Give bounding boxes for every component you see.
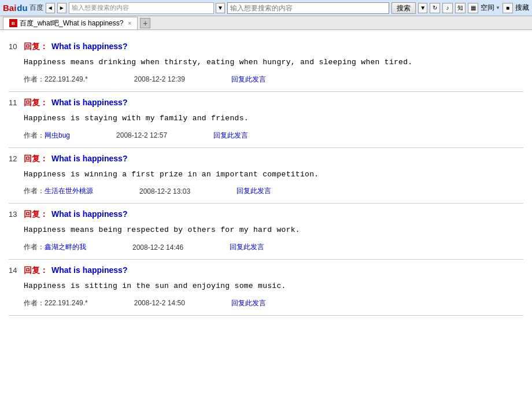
author-label: 作者： [24, 75, 45, 84]
post-body: Happiness means being respected by other… [24, 224, 523, 237]
post-footer: 作者：222.191.249.*2008-12-2 14:50回复此发言 [24, 298, 523, 308]
author-link[interactable]: 生活在世外桃源 [45, 186, 93, 196]
knowledge-icon[interactable]: 知 [455, 3, 466, 13]
favorites-dropdown[interactable]: 搜藏 [515, 3, 529, 13]
post-title-prefix: 回复： [24, 154, 48, 164]
post-header: 14回复：What is happiness? [9, 265, 523, 276]
post-title-prefix: 回复： [24, 265, 48, 276]
reply-link[interactable]: 回复此发言 [231, 75, 266, 84]
nav-forward-button[interactable]: ► [57, 3, 66, 13]
post-title-link[interactable]: What is happiness? [51, 154, 127, 163]
post-number: 10 [9, 42, 20, 51]
reply-link[interactable]: 回复此发言 [213, 131, 248, 141]
post-number: 11 [9, 98, 20, 107]
browser-toolbar: Baidu 百度 ◄ ► 输入想要搜索的内容 ▼ 搜索 ▼ ↻ ♪ 知 ▦ 空间… [0, 0, 532, 16]
post-body: Happiness is sitting in the sun and enjo… [24, 280, 523, 293]
tab-favicon: B [9, 19, 17, 27]
author-label: 作者： [24, 186, 45, 196]
post-item: 14回复：What is happiness?Happiness is sitt… [9, 260, 523, 316]
grid-icon[interactable]: ▦ [468, 3, 478, 13]
post-item: 12回复：What is happiness?Happiness is winn… [9, 148, 523, 204]
post-title-prefix: 回复： [24, 98, 48, 108]
post-item: 10回复：What is happiness?Happiness means d… [9, 36, 523, 92]
search-dropdown[interactable]: ▼ [418, 3, 427, 13]
post-title-prefix: 回复： [24, 42, 48, 52]
post-timestamp: 2008-12-2 12:57 [116, 131, 167, 139]
post-title-link[interactable]: What is happiness? [51, 98, 127, 107]
post-header: 11回复：What is happiness? [9, 98, 523, 108]
author-text: 222.191.249.* [45, 75, 88, 83]
music-icon[interactable]: ♪ [442, 3, 453, 13]
reply-link[interactable]: 回复此发言 [237, 186, 271, 196]
post-footer: 作者：222.191.249.*2008-12-2 12:39回复此发言 [24, 75, 523, 84]
post-title-link[interactable]: What is happiness? [51, 209, 127, 219]
post-header: 13回复：What is happiness? [9, 209, 523, 220]
address-bar: 输入想要搜索的内容 ▼ [69, 2, 225, 14]
author-label: 作者： [24, 131, 45, 141]
posts-container: 10回复：What is happiness?Happiness means d… [9, 36, 523, 316]
nav-back-button[interactable]: ◄ [46, 3, 55, 13]
new-tab-button[interactable]: + [140, 18, 150, 28]
post-timestamp: 2008-12-2 14:50 [134, 299, 185, 307]
post-number: 13 [9, 210, 20, 219]
author-label: 作者： [24, 242, 45, 252]
bookmark-icon[interactable]: ■ [503, 3, 513, 13]
post-header: 10回复：What is happiness? [9, 42, 523, 52]
post-footer: 作者：鑫湖之畔的我2008-12-2 14:46回复此发言 [24, 242, 523, 252]
active-tab[interactable]: B 百度_what吧_What is happiness? × [3, 17, 138, 29]
reply-link[interactable]: 回复此发言 [230, 242, 264, 252]
search-input[interactable] [227, 2, 389, 14]
post-timestamp: 2008-12-2 12:39 [134, 75, 185, 83]
space-dropdown[interactable]: 空间 ▼ [481, 3, 500, 13]
author-link[interactable]: 鑫湖之畔的我 [45, 242, 86, 252]
post-number: 14 [9, 266, 20, 275]
post-body: Happiness means drinking when thirsty, e… [24, 57, 523, 69]
post-item: 11回复：What is happiness?Happiness is stay… [9, 92, 523, 148]
post-footer: 作者：生活在世外桃源2008-12-2 13:03回复此发言 [24, 186, 523, 196]
post-title-link[interactable]: What is happiness? [51, 265, 127, 275]
post-header: 12回复：What is happiness? [9, 154, 523, 164]
post-timestamp: 2008-12-2 14:46 [132, 243, 183, 252]
post-body: Happiness is staying with my family and … [24, 113, 523, 125]
tab-bar: B 百度_what吧_What is happiness? × + [0, 16, 532, 30]
post-number: 12 [9, 154, 20, 163]
author-label: 作者： [24, 298, 45, 308]
reply-link[interactable]: 回复此发言 [231, 298, 266, 308]
post-item: 13回复：What is happiness?Happiness means b… [9, 204, 523, 260]
author-text: 222.191.249.* [45, 299, 88, 307]
address-dropdown[interactable]: ▼ [216, 3, 225, 13]
address-text: 输入想要搜索的内容 [72, 3, 129, 12]
search-button[interactable]: 搜索 [391, 2, 416, 14]
tab-title: 百度_what吧_What is happiness? [20, 19, 123, 28]
tab-close-button[interactable]: × [128, 20, 131, 27]
post-footer: 作者：网虫bug2008-12-2 12:57回复此发言 [24, 131, 523, 141]
baidu-logo: Baidu 百度 [3, 3, 43, 13]
post-body: Happiness is winning a first prize in an… [24, 169, 523, 181]
author-link[interactable]: 网虫bug [45, 131, 70, 141]
page-content: 10回复：What is happiness?Happiness means d… [0, 30, 532, 399]
post-timestamp: 2008-12-2 13:03 [139, 187, 190, 195]
post-title-prefix: 回复： [24, 209, 48, 220]
post-title-link[interactable]: What is happiness? [51, 42, 127, 51]
refresh-icon[interactable]: ↻ [430, 3, 440, 13]
